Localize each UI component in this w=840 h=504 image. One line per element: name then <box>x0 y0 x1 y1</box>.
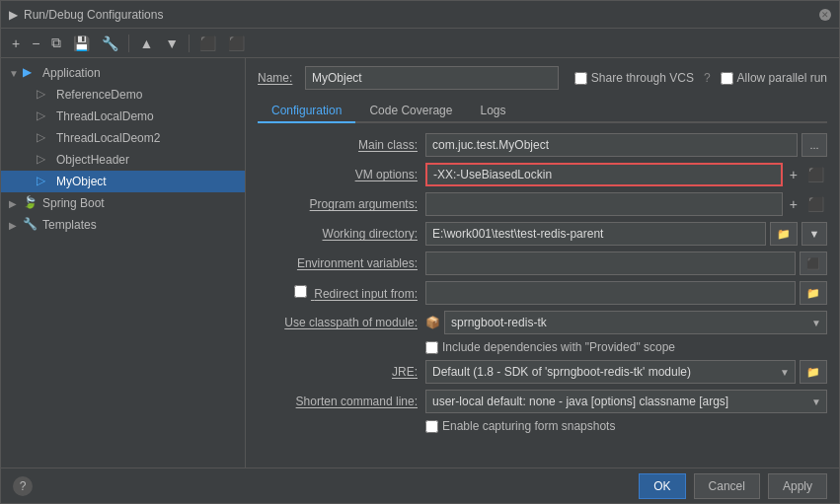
redirect-input-browse-button[interactable]: 📁 <box>800 281 827 305</box>
vm-options-expand-button[interactable]: + <box>787 167 801 182</box>
enable-snapshots-text: Enable capturing form snapshots <box>442 419 615 433</box>
redirect-input-row: 📁 <box>425 281 827 305</box>
allow-parallel-run-checkbox[interactable] <box>721 72 733 85</box>
configuration-form: Main class: ... VM options: + ⬛ Program … <box>258 133 827 433</box>
tree-label-templates: Templates <box>42 218 237 232</box>
config-icon-3: ▷ <box>37 130 52 146</box>
program-arguments-fullscreen-button[interactable]: ⬛ <box>804 196 827 212</box>
tree-label-reference-demo: ReferenceDemo <box>56 88 237 102</box>
filter-button[interactable]: ⬛ <box>223 33 250 54</box>
use-classpath-select-wrapper: sprngboot-redis-tk ▼ <box>444 311 827 334</box>
environment-variables-input[interactable] <box>425 252 796 275</box>
cancel-button[interactable]: Cancel <box>694 473 760 499</box>
spring-boot-icon: 🍃 <box>23 195 38 211</box>
tree-item-reference-demo[interactable]: ▷ ReferenceDemo <box>1 84 245 106</box>
program-arguments-input[interactable] <box>425 192 783 216</box>
tab-configuration[interactable]: Configuration <box>258 100 355 123</box>
tree-item-my-object[interactable]: ▷ MyObject <box>1 171 245 192</box>
application-icon: ▶ <box>23 65 38 81</box>
config-icon-4: ▷ <box>37 152 52 168</box>
main-class-input[interactable] <box>425 133 798 157</box>
working-directory-row: 📁 ▼ <box>425 222 827 246</box>
name-input[interactable] <box>305 66 559 90</box>
tab-logs[interactable]: Logs <box>466 100 519 123</box>
include-deps-row: Include dependencies with "Provided" sco… <box>425 340 827 354</box>
tree-label-my-object: MyObject <box>56 175 237 188</box>
tree-label-thread-local-deom2: ThreadLocalDeom2 <box>56 131 237 145</box>
config-icon-5: ▷ <box>37 174 52 189</box>
enable-snapshots-label: Enable capturing form snapshots <box>425 419 615 433</box>
move-down-button[interactable]: ▼ <box>160 33 184 54</box>
environment-variables-label: Environment variables: <box>258 256 425 270</box>
main-class-row: ... <box>425 133 827 157</box>
include-deps-label: Include dependencies with "Provided" sco… <box>425 340 675 354</box>
redirect-input-label: Redirect input from: <box>258 285 425 301</box>
jre-label: JRE: <box>258 365 425 379</box>
settings-button[interactable]: 🔧 <box>97 33 123 54</box>
tab-code-coverage[interactable]: Code Coverage <box>355 100 466 123</box>
working-directory-input[interactable] <box>425 222 766 246</box>
main-class-browse-button[interactable]: ... <box>802 133 827 157</box>
use-classpath-select[interactable]: sprngboot-redis-tk <box>444 311 827 334</box>
redirect-input-checkbox[interactable] <box>294 285 307 298</box>
window-icon: ▶ <box>9 8 18 22</box>
module-icon: 📦 <box>425 316 440 329</box>
move-up-button[interactable]: ▲ <box>134 33 158 54</box>
enable-snapshots-checkbox[interactable] <box>425 420 438 433</box>
copy-button[interactable]: ⧉ <box>46 32 66 54</box>
working-directory-expand-button[interactable]: ▼ <box>802 222 827 246</box>
toolbar: + − ⧉ 💾 🔧 ▲ ▼ ⬛ ⬛ <box>1 29 839 58</box>
title-bar-left: ▶ Run/Debug Configurations <box>9 8 163 22</box>
jre-browse-button[interactable]: 📁 <box>800 360 827 384</box>
vm-options-fullscreen-button[interactable]: ⬛ <box>804 167 827 182</box>
use-classpath-row: 📦 sprngboot-redis-tk ▼ <box>425 311 827 334</box>
remove-button[interactable]: − <box>27 33 44 54</box>
vm-options-input[interactable] <box>425 163 783 186</box>
config-icon-1: ▷ <box>37 87 52 103</box>
program-arguments-row: + ⬛ <box>425 192 827 216</box>
environment-variables-browse-button[interactable]: ⬛ <box>800 252 827 275</box>
program-arguments-label: Program arguments: <box>258 197 425 211</box>
separator2 <box>189 35 190 52</box>
tree-item-spring-boot[interactable]: ▶ 🍃 Spring Boot <box>1 192 245 214</box>
save-button[interactable]: 💾 <box>68 33 95 54</box>
tabs-bar: Configuration Code Coverage Logs <box>258 100 827 123</box>
share-through-vcs-checkbox[interactable] <box>574 72 587 85</box>
tree-item-object-header[interactable]: ▷ ObjectHeader <box>1 149 245 171</box>
help-button[interactable]: ? <box>13 476 33 496</box>
tree-item-thread-local-deom2[interactable]: ▷ ThreadLocalDeom2 <box>1 127 245 149</box>
expand-arrow-spring-boot: ▶ <box>9 198 23 209</box>
use-classpath-label: Use classpath of module: <box>258 316 425 329</box>
tree-item-application[interactable]: ▼ ▶ Application <box>1 62 245 84</box>
apply-button[interactable]: Apply <box>768 473 827 499</box>
right-panel: Name: Share through VCS ? Allow parallel… <box>246 58 839 468</box>
separator <box>128 35 129 52</box>
window-title: Run/Debug Configurations <box>24 8 163 22</box>
shorten-cmd-select[interactable]: user-local default: none - java [options… <box>425 390 827 413</box>
tree-item-thread-local-demo[interactable]: ▷ ThreadLocalDemo <box>1 106 245 127</box>
config-icon-2: ▷ <box>37 108 52 124</box>
include-deps-checkbox[interactable] <box>425 341 438 354</box>
sort-button[interactable]: ⬛ <box>194 33 221 54</box>
jre-select[interactable]: Default (1.8 - SDK of 'sprngboot-redis-t… <box>425 360 796 384</box>
close-button[interactable]: ✕ <box>819 9 831 21</box>
redirect-input-input[interactable] <box>425 281 796 305</box>
include-deps-text: Include dependencies with "Provided" sco… <box>442 340 675 354</box>
add-button[interactable]: + <box>7 33 25 54</box>
working-directory-label: Working directory: <box>258 227 425 241</box>
program-arguments-expand-button[interactable]: + <box>787 196 801 212</box>
allow-parallel-run-text: Allow parallel run <box>737 71 827 85</box>
working-directory-browse-button[interactable]: 📁 <box>770 222 798 246</box>
ok-button[interactable]: OK <box>639 473 685 499</box>
tree-label-thread-local-demo: ThreadLocalDemo <box>56 109 237 123</box>
left-panel: ▼ ▶ Application ▷ ReferenceDemo ▷ Thread… <box>1 58 246 468</box>
tree-label-object-header: ObjectHeader <box>56 153 237 167</box>
expand-arrow-application: ▼ <box>9 68 23 79</box>
title-bar: ▶ Run/Debug Configurations ✕ <box>1 1 839 29</box>
jre-row: Default (1.8 - SDK of 'sprngboot-redis-t… <box>425 360 827 384</box>
share-through-vcs-checkbox-label: Share through VCS <box>574 71 694 85</box>
environment-variables-row: ⬛ <box>425 252 827 275</box>
tree-label-application: Application <box>42 66 237 80</box>
tree-item-templates[interactable]: ▶ 🔧 Templates <box>1 214 245 236</box>
tree-label-spring-boot: Spring Boot <box>42 196 237 210</box>
